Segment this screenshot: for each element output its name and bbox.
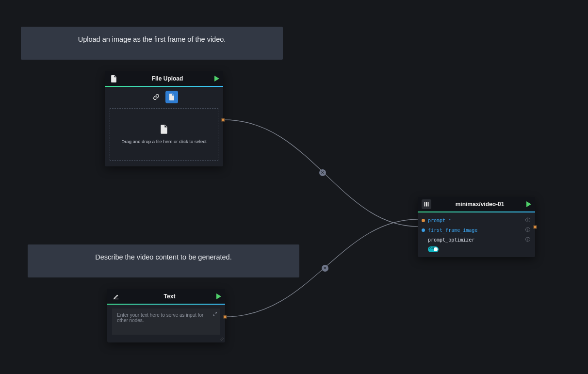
comment-upload: Upload an image as the first frame of th…	[21, 27, 283, 60]
param-prompt-label[interactable]: prompt *	[428, 218, 451, 223]
tab-url[interactable]	[150, 91, 163, 103]
comment-describe: Describe the video content to be generat…	[28, 244, 299, 277]
svg-rect-0	[425, 202, 425, 207]
model-icon	[422, 199, 431, 209]
param-optimizer-label: prompt_optimizer	[428, 237, 474, 243]
expand-icon[interactable]	[212, 311, 217, 317]
output-port-text[interactable]	[224, 315, 227, 319]
file-upload-tabs	[105, 87, 223, 106]
edge-delete-2[interactable]: ✕	[322, 265, 328, 272]
node-model-header[interactable]: minimax/video-01	[418, 197, 535, 212]
info-icon[interactable]: ⓘ	[525, 217, 531, 224]
run-button[interactable]	[216, 293, 221, 299]
node-model-title: minimax/video-01	[433, 201, 526, 208]
svg-rect-2	[428, 202, 429, 207]
dropzone[interactable]: Drag and drop a file here or click to se…	[110, 108, 218, 161]
node-text-title: Text	[123, 293, 216, 300]
info-icon[interactable]: ⓘ	[525, 227, 531, 233]
node-file-upload-title: File Upload	[120, 75, 214, 82]
node-file-upload[interactable]: File Upload Drag and drop a file here or…	[105, 71, 223, 166]
param-list: prompt * ⓘ first_frame_image ⓘ prompt_op…	[418, 212, 535, 257]
comment-upload-text: Upload an image as the first frame of th…	[78, 35, 226, 43]
toggle-prompt-optimizer[interactable]: ON	[428, 246, 439, 252]
svg-rect-1	[426, 202, 427, 207]
edge-delete-1[interactable]: ✕	[319, 169, 326, 176]
input-port-first-frame[interactable]	[422, 228, 425, 232]
output-port-model[interactable]	[534, 226, 537, 229]
file-icon	[109, 74, 118, 83]
node-model[interactable]: minimax/video-01 prompt * ⓘ first_frame_…	[418, 197, 535, 257]
resize-handle[interactable]	[220, 337, 224, 341]
file-icon	[160, 125, 168, 134]
dropzone-text: Drag and drop a file here or click to se…	[121, 139, 206, 144]
node-text-header[interactable]: Text	[107, 289, 225, 305]
run-button[interactable]	[526, 201, 531, 207]
node-text[interactable]: Text	[107, 289, 225, 342]
param-prompt[interactable]: prompt * ⓘ	[422, 216, 531, 224]
param-first-frame-label[interactable]: first_frame_image	[428, 228, 477, 233]
output-port-file[interactable]	[222, 118, 225, 122]
comment-describe-text: Describe the video content to be generat…	[95, 253, 231, 261]
edit-icon	[111, 292, 121, 301]
node-file-upload-header[interactable]: File Upload	[105, 71, 223, 87]
input-port-prompt[interactable]	[422, 219, 425, 222]
run-button[interactable]	[214, 76, 219, 81]
text-input[interactable]	[112, 309, 220, 335]
tab-file[interactable]	[165, 91, 178, 103]
param-prompt-optimizer: prompt_optimizer ⓘ	[422, 236, 531, 244]
param-first-frame-image[interactable]: first_frame_image ⓘ	[422, 226, 531, 234]
info-icon[interactable]: ⓘ	[525, 236, 531, 243]
